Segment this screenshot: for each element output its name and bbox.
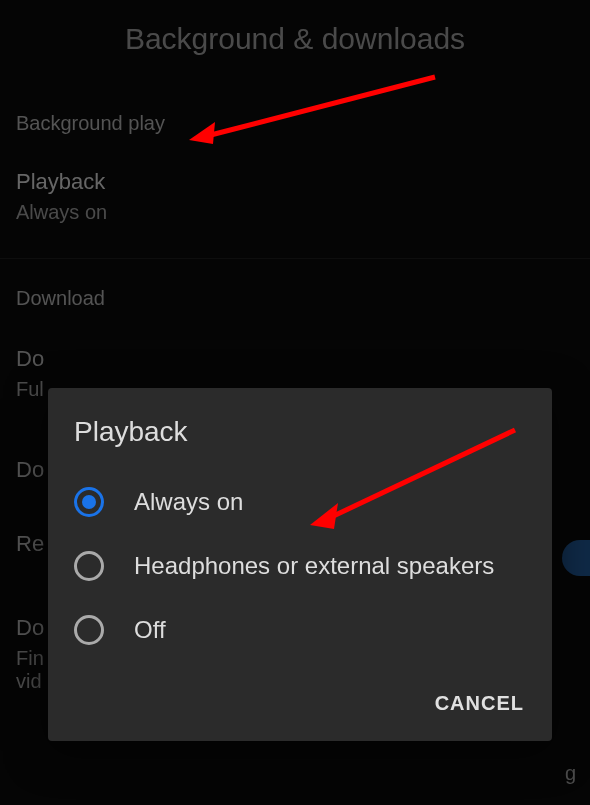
radio-icon: [74, 615, 104, 645]
radio-label: Always on: [134, 486, 243, 517]
radio-icon: [74, 551, 104, 581]
radio-label: Headphones or external speakers: [134, 550, 494, 581]
radio-option-always-on[interactable]: Always on: [48, 470, 552, 534]
radio-icon: [74, 487, 104, 517]
cancel-button[interactable]: CANCEL: [415, 682, 544, 725]
radio-option-off[interactable]: Off: [48, 598, 552, 662]
playback-dialog: Playback Always on Headphones or externa…: [48, 388, 552, 741]
dialog-actions: CANCEL: [48, 662, 552, 735]
radio-option-headphones[interactable]: Headphones or external speakers: [48, 534, 552, 598]
dialog-title: Playback: [48, 388, 552, 470]
radio-label: Off: [134, 614, 166, 645]
